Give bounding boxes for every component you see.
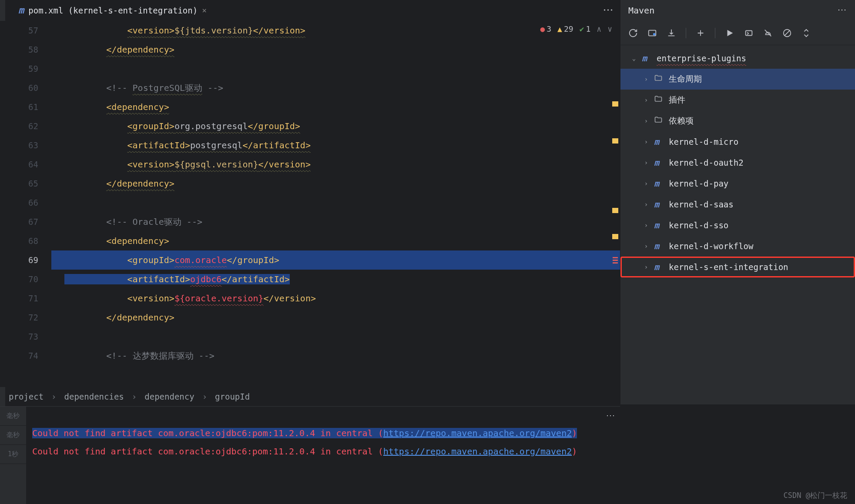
error-count: 3 <box>547 24 551 33</box>
maven-node-label: kernel-d-micro <box>669 137 738 147</box>
reload-icon[interactable] <box>628 28 638 38</box>
chevron-right-icon[interactable]: › <box>642 222 650 229</box>
line-number[interactable]: 73 <box>0 327 51 346</box>
breadcrumbs[interactable]: project› dependencies› dependency› group… <box>0 387 620 406</box>
warning-marker[interactable] <box>612 101 618 107</box>
line-number[interactable]: 66 <box>0 193 51 212</box>
error-marker[interactable] <box>613 260 618 261</box>
maven-toolbar <box>620 21 855 45</box>
svg-rect-2 <box>746 30 752 35</box>
run-icon[interactable] <box>725 28 734 38</box>
maven-node-label: kernel-s-ent-integration <box>669 262 788 272</box>
console-options-icon[interactable]: ⋮ <box>606 411 616 421</box>
line-number[interactable]: 59 <box>0 59 51 78</box>
maven-tree-item[interactable]: ›插件 <box>620 90 855 110</box>
chevron-right-icon[interactable]: › <box>642 117 650 124</box>
maven-module-icon: m <box>654 199 665 210</box>
collapse-all-icon[interactable] <box>801 28 811 38</box>
maven-tree-item[interactable]: ›mkernel-d-oauth2 <box>620 152 855 173</box>
watermark: CSDN @松门一枝花 <box>784 491 847 501</box>
line-number[interactable]: 68 <box>0 231 51 250</box>
line-number[interactable]: 58 <box>0 40 51 59</box>
crumb[interactable]: groupId <box>215 392 250 401</box>
line-number[interactable]: 65 <box>0 174 51 193</box>
line-number[interactable]: 67 <box>0 212 51 231</box>
line-number[interactable]: 60 <box>0 78 51 97</box>
chevron-right-icon[interactable]: › <box>642 159 650 166</box>
maven-title: Maven <box>628 5 654 16</box>
close-tab-icon[interactable]: × <box>202 6 207 15</box>
chevron-down-icon[interactable]: ⌄ <box>630 55 638 62</box>
error-stripe[interactable] <box>612 21 619 387</box>
line-gutter[interactable]: 57 58 59 60 61 62 63 64 65 66 67 68 69 7… <box>0 21 51 387</box>
maven-node-label: 插件 <box>669 94 685 106</box>
line-number[interactable]: 63 <box>0 136 51 155</box>
maven-header: Maven ⋮ <box>620 0 855 21</box>
chevron-right-icon[interactable]: › <box>642 138 650 145</box>
maven-tree-item[interactable]: ›mkernel-d-sso <box>620 215 855 236</box>
line-number[interactable]: 61 <box>0 97 51 117</box>
maven-module-icon: m <box>654 220 665 230</box>
maven-tree-item[interactable]: ›mkernel-d-workflow <box>620 236 855 257</box>
maven-node-label: 生命周期 <box>669 73 702 85</box>
maven-root-project[interactable]: ⌄ m enterprise-plugins <box>620 48 855 69</box>
error-marker[interactable] <box>613 257 618 258</box>
chevron-right-icon[interactable]: › <box>642 264 650 270</box>
line-number[interactable]: 62 <box>0 117 51 136</box>
maven-module-icon: m <box>654 137 665 147</box>
maven-file-icon: m <box>18 5 24 16</box>
console-line[interactable]: Could not find artifact com.oracle:ojdbc… <box>32 442 616 461</box>
download-sources-icon[interactable] <box>667 28 676 38</box>
warning-marker[interactable] <box>612 138 618 144</box>
skip-tests-icon[interactable] <box>782 28 792 38</box>
console-output[interactable]: Could not find artifact com.oracle:ojdbc… <box>26 407 620 504</box>
line-number[interactable]: 69 <box>0 250 51 270</box>
chevron-right-icon[interactable]: › <box>642 97 650 103</box>
line-number[interactable]: 71 <box>0 289 51 308</box>
inspection-summary[interactable]: ●3 ▲29 ✔1 ∧ ∨ <box>540 24 612 33</box>
crumb[interactable]: dependency <box>144 392 194 401</box>
chevron-right-icon[interactable]: › <box>642 243 650 250</box>
maven-tree-item[interactable]: ›依赖项 <box>620 110 855 131</box>
next-highlight-icon[interactable]: ∨ <box>607 24 612 33</box>
code-area[interactable]: <version>${jtds.version}</version> </dep… <box>51 21 620 387</box>
maven-node-label: kernel-d-workflow <box>669 241 753 251</box>
maven-module-icon: m <box>654 178 665 189</box>
chevron-right-icon[interactable]: › <box>642 76 650 83</box>
maven-node-label: kernel-d-saas <box>669 200 734 209</box>
folder-icon <box>654 74 665 84</box>
tab-options-icon[interactable]: ⋮ <box>602 5 614 16</box>
line-number[interactable]: 57 <box>0 21 51 40</box>
generate-sources-icon[interactable] <box>647 28 657 38</box>
crumb[interactable]: project <box>9 392 44 401</box>
line-number[interactable]: 70 <box>0 270 51 289</box>
offline-mode-icon[interactable] <box>763 28 773 38</box>
prev-highlight-icon[interactable]: ∧ <box>597 24 601 33</box>
maven-module-icon: m <box>642 53 653 63</box>
console-line[interactable]: Could not find artifact com.oracle:ojdbc… <box>32 424 616 442</box>
maven-tree-item[interactable]: ›mkernel-d-micro <box>620 131 855 152</box>
maven-tree-item[interactable]: ›生命周期 <box>620 69 855 90</box>
maven-module-icon: m <box>654 241 665 251</box>
execute-goal-icon[interactable] <box>744 28 754 38</box>
editor-tab[interactable]: m pom.xml (kernel-s-ent-integration) × <box>12 0 213 21</box>
maven-node-label: 依赖项 <box>669 115 694 127</box>
warning-count: 29 <box>564 24 573 33</box>
line-number[interactable]: 74 <box>0 346 51 365</box>
chevron-right-icon[interactable]: › <box>642 201 650 208</box>
crumb[interactable]: dependencies <box>64 392 124 401</box>
chevron-right-icon[interactable]: › <box>642 180 650 187</box>
add-project-icon[interactable] <box>696 28 705 38</box>
line-number[interactable]: 72 <box>0 308 51 327</box>
line-number[interactable]: 64 <box>0 155 51 174</box>
warning-marker[interactable] <box>612 234 618 239</box>
error-marker[interactable] <box>613 262 618 264</box>
maven-tree-item[interactable]: ›mkernel-s-ent-integration <box>620 257 855 277</box>
maven-tree[interactable]: ⌄ m enterprise-plugins ›生命周期›插件›依赖项›mker… <box>620 45 855 404</box>
warning-icon: ▲ <box>557 24 562 33</box>
maven-tree-item[interactable]: ›mkernel-d-pay <box>620 173 855 194</box>
maven-options-icon[interactable]: ⋮ <box>837 6 848 15</box>
maven-tree-item[interactable]: ›mkernel-d-saas <box>620 194 855 215</box>
maven-module-icon: m <box>654 262 665 272</box>
warning-marker[interactable] <box>612 208 618 213</box>
